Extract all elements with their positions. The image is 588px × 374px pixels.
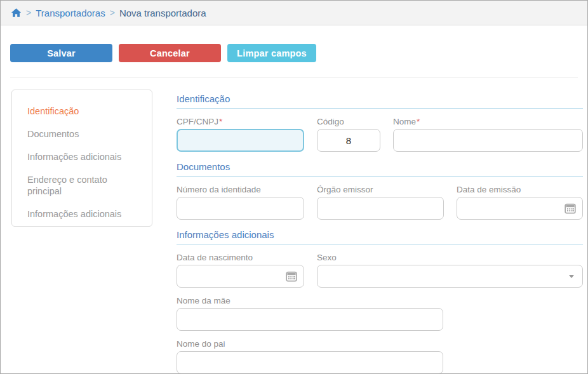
data-nascimento-input-wrap: [177, 265, 304, 288]
numero-identidade-label: Número da identidade: [177, 185, 304, 195]
chevron-down-icon: [569, 275, 574, 278]
sidebar-item-documentos[interactable]: Documentos: [27, 128, 142, 140]
sidebar-item-endereco-contato[interactable]: Endereço e contato principal: [27, 174, 142, 197]
cpf-cnpj-label: CPF/CNPJ*: [177, 117, 304, 127]
codigo-label-text: Código: [317, 117, 344, 126]
cpf-cnpj-field: CPF/CNPJ*: [177, 109, 304, 152]
form-main: Identificação CPF/CNPJ* Código Nome* Doc…: [177, 90, 583, 374]
breadcrumb-separator: >: [26, 8, 31, 18]
data-emissao-label: Data de emissão: [457, 185, 583, 195]
data-emissao-input-wrap: [457, 197, 583, 220]
clear-fields-button[interactable]: Limpar campos: [227, 44, 316, 62]
nome-field: Nome*: [393, 109, 583, 152]
required-marker: *: [219, 117, 222, 126]
orgao-emissor-label-text: Órgão emissor: [317, 185, 373, 194]
data-nascimento-field: Data de nascimento: [177, 244, 304, 288]
nome-pai-label-text: Nome do pai: [177, 339, 225, 349]
codigo-input[interactable]: [317, 129, 380, 152]
codigo-field: Código: [317, 109, 380, 152]
data-emissao-label-text: Data de emissão: [457, 185, 521, 194]
sexo-field: Sexo: [317, 244, 583, 288]
breadcrumb-current: Nova transportadora: [119, 8, 206, 18]
save-button[interactable]: Salvar: [10, 44, 112, 62]
cpf-cnpj-label-text: CPF/CNPJ: [177, 117, 218, 126]
calendar-icon[interactable]: [286, 270, 297, 282]
breadcrumb: > Transportadoras > Nova transportadora: [1, 1, 587, 25]
nome-mae-label-text: Nome da mãe: [177, 296, 231, 305]
codigo-label: Código: [317, 117, 380, 127]
form-row-documentos: Número da identidade Órgão emissor Data …: [177, 177, 583, 220]
nome-pai-label: Nome do pai: [177, 339, 443, 349]
calendar-icon[interactable]: [565, 203, 576, 214]
section-title-informacoes-adicionais: Informações adicionais: [177, 229, 583, 244]
page: > Transportadoras > Nova transportadora …: [0, 0, 588, 374]
sexo-select[interactable]: [317, 265, 583, 288]
sidebar-item-informacoes-adicionais-2[interactable]: Informações adicionais: [27, 208, 142, 220]
home-icon-glyph: [11, 8, 22, 18]
cpf-cnpj-input[interactable]: [177, 129, 304, 152]
nome-label-text: Nome: [393, 117, 416, 126]
breadcrumb-link-transportadoras[interactable]: Transportadoras: [36, 8, 105, 18]
cancel-button[interactable]: Cancelar: [119, 44, 221, 62]
orgao-emissor-label: Órgão emissor: [317, 185, 444, 195]
data-nascimento-label: Data de nascimento: [177, 253, 304, 263]
sidebar-item-informacoes-adicionais[interactable]: Informações adicionais: [27, 151, 142, 163]
nome-input[interactable]: [393, 129, 583, 152]
required-marker: *: [417, 117, 420, 126]
nome-mae-field: Nome da mãe: [177, 288, 443, 331]
form-row-nascimento-sexo: Data de nascimento: [177, 244, 583, 288]
nome-label: Nome*: [393, 117, 583, 127]
nome-mae-input[interactable]: [177, 308, 443, 331]
data-emissao-field: Data de emissão: [457, 177, 583, 220]
numero-identidade-label-text: Número da identidade: [177, 185, 261, 194]
nome-mae-label: Nome da mãe: [177, 296, 443, 306]
nome-pai-field: Nome do pai: [177, 331, 443, 374]
orgao-emissor-field: Órgão emissor: [317, 177, 444, 220]
toolbar: Salvar Cancelar Limpar campos: [1, 25, 587, 62]
home-icon[interactable]: [11, 8, 22, 18]
sidebar-item-identificacao[interactable]: Identificação: [27, 105, 142, 117]
form-row-identificacao: CPF/CNPJ* Código Nome*: [177, 109, 583, 152]
data-nascimento-input[interactable]: [177, 265, 304, 288]
form-section-nav: Identificação Documentos Informações adi…: [11, 90, 152, 227]
numero-identidade-field: Número da identidade: [177, 177, 304, 220]
sexo-label-text: Sexo: [317, 253, 337, 262]
section-title-documentos: Documentos: [177, 161, 583, 177]
orgao-emissor-input[interactable]: [317, 197, 444, 220]
data-nascimento-label-text: Data de nascimento: [177, 253, 253, 262]
numero-identidade-input[interactable]: [177, 197, 304, 220]
breadcrumb-separator: >: [110, 8, 115, 18]
content: Identificação Documentos Informações adi…: [1, 77, 587, 374]
section-title-identificacao: Identificação: [177, 93, 583, 109]
nome-pai-input[interactable]: [177, 351, 443, 374]
sexo-label: Sexo: [317, 253, 583, 263]
